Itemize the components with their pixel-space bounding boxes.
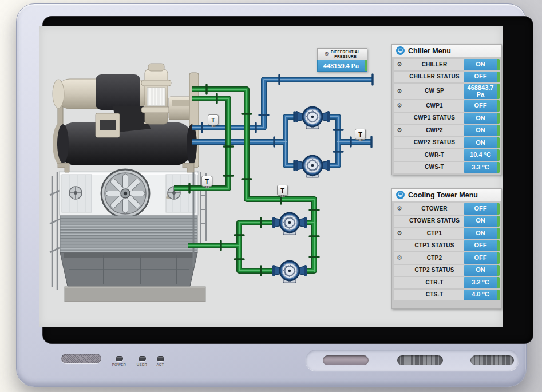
row-label: CWS-T	[405, 162, 464, 173]
menu-row: CTS-T4.0 °C	[394, 290, 500, 301]
differential-pressure-value[interactable]: 448159.4 Pa	[317, 60, 367, 72]
menu-row: CTOWER STATUSON	[394, 216, 500, 227]
row-value-button[interactable]: 4.0 °C	[464, 290, 500, 301]
temp-sensor: T	[208, 114, 219, 125]
gear-placeholder	[394, 137, 405, 149]
speaker-grille	[61, 354, 101, 363]
speaker-grille	[397, 355, 443, 365]
row-value-button[interactable]: ON	[464, 137, 500, 149]
user-led-indicator	[139, 356, 146, 361]
row-value-button[interactable]: 3.3 °C	[464, 162, 500, 173]
menu-row: ⚙CW SP468843.7 Pa	[394, 84, 500, 99]
menu-row: ⚙CWP1OFF	[394, 100, 500, 112]
dp-label-line1: DIFFERENTIAL	[331, 50, 360, 54]
menu-row: CTP2 STATUSON	[394, 265, 500, 276]
row-label: CTOWER STATUS	[405, 216, 464, 227]
row-label: CTP1	[405, 228, 464, 239]
ct-pump-1[interactable]	[272, 213, 307, 235]
gear-icon[interactable]: ⚙	[394, 125, 405, 136]
user-led-label: USER	[137, 363, 147, 366]
chw-pump-2[interactable]	[295, 156, 330, 177]
differential-pressure-widget: ⚙ DIFFERENTIAL PRESSURE 448159.4 Pa	[317, 48, 367, 72]
menu-row: CWS-T3.3 °C	[394, 162, 500, 173]
row-label: CWP1	[405, 100, 464, 112]
chilled-water-pipes	[192, 80, 373, 165]
power-led-label: POWER	[112, 363, 126, 366]
menu-row: CWR-T10.4 °C	[394, 149, 500, 161]
gear-icon[interactable]: ⚙	[394, 203, 405, 215]
menu-row: ⚙CHILLERON	[394, 59, 500, 70]
chiller-menu-panel: Chiller Menu ⚙CHILLERONCHILLER STATUSOFF…	[391, 44, 502, 175]
row-label: CTP2	[405, 252, 464, 264]
menu-row: CTR-T3.2 °C	[394, 277, 500, 288]
menu-row: ⚙CTP1ON	[394, 228, 500, 239]
act-led-indicator	[157, 356, 164, 361]
gear-placeholder	[394, 113, 405, 124]
gear-icon[interactable]: ⚙	[394, 100, 405, 112]
gear-placeholder	[394, 216, 405, 227]
row-value-button[interactable]: OFF	[464, 252, 500, 264]
row-value-button[interactable]: 10.4 °C	[464, 149, 500, 161]
gear-icon[interactable]: ⚙	[394, 84, 405, 99]
row-value-button[interactable]: OFF	[464, 72, 500, 83]
temp-sensor: T	[355, 129, 366, 140]
speaker-grille	[470, 355, 514, 365]
chiller-graphic	[53, 64, 199, 172]
row-value-button[interactable]: OFF	[464, 240, 500, 252]
dp-label-line2: PRESSURE	[331, 54, 360, 59]
gear-icon[interactable]: ⚙	[394, 59, 405, 70]
cooling-tower-menu-panel: Cooling Tower Menu ⚙CTOWEROFFCTOWER STAT…	[391, 188, 502, 309]
act-led: ACT	[148, 356, 173, 366]
cooling-tower-menu-header: Cooling Tower Menu	[391, 188, 502, 201]
gear-placeholder	[394, 149, 405, 161]
gear-placeholder	[394, 72, 405, 83]
differential-pressure-label: ⚙ DIFFERENTIAL PRESSURE	[317, 48, 367, 60]
row-value-button[interactable]: ON	[464, 228, 500, 239]
row-value-button[interactable]: ON	[464, 265, 500, 276]
menu-row: ⚙CTP2OFF	[394, 252, 500, 264]
gear-placeholder	[394, 290, 405, 301]
gear-placeholder	[394, 162, 405, 173]
row-label: CWP2 STATUS	[405, 137, 464, 149]
row-value-button[interactable]: ON	[464, 113, 500, 124]
row-label: CHILLER STATUS	[405, 72, 464, 83]
temp-sensor: T	[201, 176, 212, 187]
gear-icon: ⚙	[325, 52, 329, 57]
power-led: POWER	[106, 356, 132, 366]
row-label: CTR-T	[405, 277, 464, 288]
power-led-indicator	[116, 356, 123, 361]
row-label: CWP2	[405, 125, 464, 136]
gear-icon[interactable]: ⚙	[394, 252, 405, 264]
menu-title: Cooling Tower Menu	[408, 191, 478, 199]
menu-row: ⚙CTOWEROFF	[394, 203, 500, 215]
menu-row: CWP2 STATUSON	[394, 137, 500, 149]
gear-placeholder	[394, 277, 405, 288]
row-label: CTP2 STATUS	[405, 265, 464, 276]
row-value-button[interactable]: OFF	[464, 100, 500, 112]
row-value-button[interactable]: 468843.7 Pa	[464, 84, 500, 99]
menu-icon	[396, 191, 405, 199]
row-value-button[interactable]: 3.2 °C	[464, 277, 500, 288]
row-label: CHILLER	[405, 59, 464, 70]
gear-icon[interactable]: ⚙	[394, 228, 405, 239]
row-value-button[interactable]: OFF	[464, 203, 500, 215]
menu-row: CTP1 STATUSOFF	[394, 240, 500, 252]
row-value-button[interactable]: ON	[464, 59, 500, 70]
scene: ⚙ DIFFERENTIAL PRESSURE 448159.4 Pa T T …	[0, 0, 542, 392]
menu-row: CHILLER STATUSOFF	[394, 72, 500, 83]
menu-row: ⚙CWP2ON	[394, 125, 500, 136]
row-label: CTS-T	[405, 290, 464, 301]
temp-sensor: T	[277, 185, 288, 196]
row-value-button[interactable]: ON	[464, 125, 500, 136]
gear-placeholder	[394, 240, 405, 252]
menu-icon	[396, 46, 405, 55]
hmi-screen: ⚙ DIFFERENTIAL PRESSURE 448159.4 Pa T T …	[39, 26, 503, 327]
ct-pump-2[interactable]	[272, 261, 307, 283]
row-label: CWR-T	[405, 149, 464, 161]
row-value-button[interactable]: ON	[464, 216, 500, 227]
row-label: CTP1 STATUS	[405, 240, 464, 252]
gear-placeholder	[394, 265, 405, 276]
menu-title: Chiller Menu	[408, 47, 451, 55]
tablet-device: ⚙ DIFFERENTIAL PRESSURE 448159.4 Pa T T …	[16, 3, 527, 387]
chw-pump-1[interactable]	[295, 107, 330, 129]
